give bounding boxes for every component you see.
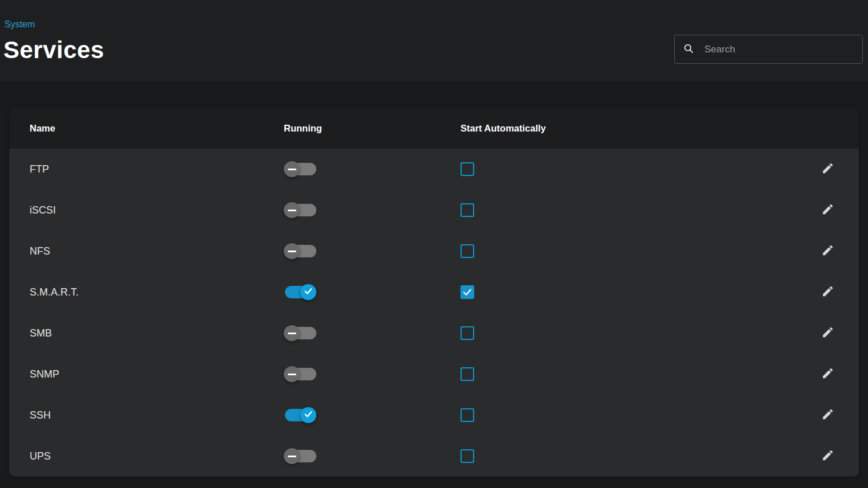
- edit-service-button[interactable]: [818, 405, 837, 425]
- edit-service-button[interactable]: [818, 282, 837, 302]
- edit-service-button[interactable]: [818, 323, 837, 343]
- search-box[interactable]: [674, 35, 863, 64]
- start-automatically-checkbox[interactable]: [461, 244, 474, 258]
- toggle-stopped-dash-icon: [288, 333, 296, 334]
- page-title: Services: [3, 36, 104, 64]
- toggle-stopped-dash-icon: [288, 210, 296, 211]
- pencil-edit-icon: [821, 408, 834, 423]
- running-toggle[interactable]: [284, 202, 316, 218]
- running-toggle[interactable]: [284, 243, 316, 259]
- search-icon: [683, 43, 694, 56]
- table-row: SNMP: [9, 354, 859, 395]
- table-row: S.M.A.R.T.: [9, 272, 859, 313]
- column-header-running: Running: [284, 123, 461, 134]
- service-name-label: SSH: [30, 409, 51, 421]
- pencil-edit-icon: [821, 162, 834, 177]
- pencil-edit-icon: [821, 449, 834, 464]
- toggle-knob: [284, 448, 300, 464]
- start-automatically-checkbox[interactable]: [461, 449, 474, 463]
- toggle-knob: [284, 243, 300, 259]
- running-toggle[interactable]: [284, 325, 316, 341]
- service-name-label: FTP: [30, 163, 49, 175]
- service-name-label: SMB: [30, 327, 52, 339]
- pencil-edit-icon: [821, 244, 834, 259]
- edit-service-button[interactable]: [818, 446, 837, 466]
- table-row: FTP: [9, 149, 859, 190]
- table-row: UPS: [9, 436, 859, 477]
- services-table: Name Running Start Automatically FTP: [9, 108, 859, 477]
- running-toggle[interactable]: [284, 448, 316, 464]
- edit-service-button[interactable]: [818, 159, 837, 179]
- page-header: System Services: [0, 0, 868, 80]
- edit-service-button[interactable]: [818, 364, 837, 384]
- edit-service-button[interactable]: [818, 200, 837, 220]
- toggle-knob: [284, 325, 300, 341]
- start-automatically-checkbox[interactable]: [461, 367, 474, 381]
- running-toggle[interactable]: [284, 366, 316, 382]
- toggle-stopped-dash-icon: [288, 374, 296, 375]
- table-row: SSH: [9, 395, 859, 436]
- running-toggle[interactable]: [284, 161, 316, 177]
- service-name-label: SNMP: [30, 368, 59, 380]
- service-name-label: UPS: [30, 450, 51, 462]
- table-header-row: Name Running Start Automatically: [9, 108, 859, 149]
- start-automatically-checkbox[interactable]: [461, 285, 474, 299]
- service-name-label: NFS: [30, 245, 50, 257]
- table-body: FTP: [9, 149, 859, 477]
- table-row: iSCSI: [9, 190, 859, 231]
- running-toggle[interactable]: [284, 407, 316, 423]
- column-header-name: Name: [9, 123, 284, 134]
- pencil-edit-icon: [821, 367, 834, 382]
- pencil-edit-icon: [821, 285, 834, 300]
- toggle-stopped-dash-icon: [288, 456, 296, 457]
- column-header-start-automatically: Start Automatically: [461, 123, 813, 134]
- table-row: SMB: [9, 313, 859, 354]
- checkbox-check-icon: [462, 287, 472, 297]
- toggle-knob: [284, 202, 300, 218]
- toggle-knob: [300, 284, 316, 300]
- running-toggle[interactable]: [284, 284, 316, 300]
- toggle-running-check-icon: [303, 286, 313, 299]
- start-automatically-checkbox[interactable]: [461, 162, 474, 176]
- toggle-knob: [284, 366, 300, 382]
- service-name-label: iSCSI: [30, 204, 56, 216]
- toggle-knob: [284, 161, 300, 177]
- toggle-stopped-dash-icon: [288, 251, 296, 252]
- start-automatically-checkbox[interactable]: [461, 408, 474, 422]
- pencil-edit-icon: [821, 203, 834, 218]
- start-automatically-checkbox[interactable]: [461, 203, 474, 217]
- toggle-running-check-icon: [303, 409, 313, 422]
- breadcrumb-system-link[interactable]: System: [5, 19, 35, 30]
- service-name-label: S.M.A.R.T.: [30, 286, 79, 298]
- toggle-stopped-dash-icon: [288, 169, 296, 170]
- edit-service-button[interactable]: [818, 241, 837, 261]
- table-row: NFS: [9, 231, 859, 272]
- start-automatically-checkbox[interactable]: [461, 326, 474, 340]
- toggle-knob: [300, 407, 316, 423]
- pencil-edit-icon: [821, 326, 834, 341]
- search-input[interactable]: [704, 44, 854, 55]
